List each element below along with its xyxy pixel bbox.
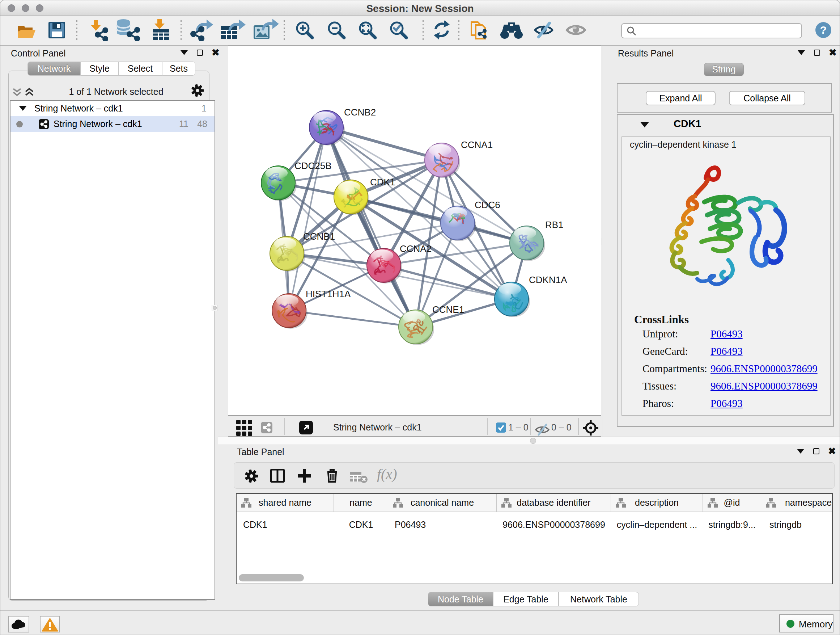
svg-text:CDC25B: CDC25B	[294, 160, 332, 171]
svg-text:?: ?	[820, 24, 827, 36]
svg-text:CCNB1: CCNB1	[303, 231, 335, 242]
svg-text:CCNA1: CCNA1	[461, 139, 493, 150]
svg-text:HIST1H1A: HIST1H1A	[306, 288, 351, 299]
svg-text:CCNE1: CCNE1	[432, 304, 464, 315]
svg-text:RB1: RB1	[545, 219, 564, 230]
svg-text:CCNB2: CCNB2	[344, 107, 376, 118]
svg-text:CDC6: CDC6	[475, 200, 500, 211]
svg-text:CCNA2: CCNA2	[400, 243, 431, 254]
svg-text:CDKN1A: CDKN1A	[529, 274, 567, 285]
svg-text:CDK1: CDK1	[370, 177, 395, 187]
